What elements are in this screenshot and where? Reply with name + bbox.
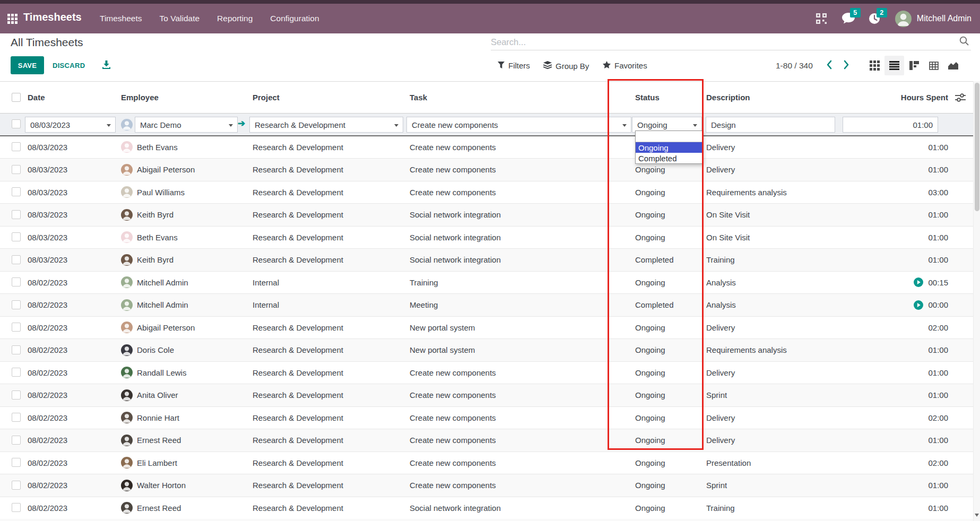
column-header-employee[interactable]: Employee	[121, 82, 246, 113]
row-checkbox[interactable]	[12, 165, 21, 174]
date-field[interactable]: 08/03/2023	[25, 117, 116, 133]
table-row[interactable]: 08/02/2023 Anita Oliver Research & Devel…	[0, 384, 980, 407]
table-row[interactable]: 08/02/2023 Randall Lewis Research & Deve…	[0, 362, 980, 385]
search-icon[interactable]	[959, 36, 969, 48]
cell-hours: 01:00	[831, 249, 948, 271]
user-menu[interactable]: Mitchell Admin	[895, 11, 972, 27]
scrollbar-down-arrow-icon[interactable]	[975, 514, 979, 517]
status-option-empty[interactable]	[636, 131, 702, 142]
table-row[interactable]: 08/02/2023 Mitchell Admin Internal Train…	[0, 272, 980, 294]
cell-project: Research & Development	[253, 227, 404, 249]
row-checkbox[interactable]	[12, 232, 21, 241]
status-option-completed[interactable]: Completed	[636, 153, 702, 163]
table-row[interactable]: 08/03/2023 Beth Evans Research & Develop…	[0, 136, 980, 159]
cell-status: Ongoing	[635, 452, 698, 474]
export-download-icon[interactable]	[102, 60, 111, 72]
group-by-button[interactable]: Group By	[543, 61, 589, 71]
cell-description: On Site Visit	[706, 204, 839, 226]
app-name[interactable]: Timesheets	[23, 11, 82, 23]
table-row[interactable]: 08/02/2023 Abigail Peterson Research & D…	[0, 317, 980, 340]
cell-project: Internal	[253, 272, 404, 294]
view-pivot-icon[interactable]	[924, 56, 943, 75]
row-checkbox[interactable]	[12, 481, 21, 490]
hours-field[interactable]: 01:00	[843, 117, 938, 133]
activities-clock-icon[interactable]: 2	[869, 13, 881, 24]
status-option-ongoing[interactable]: Ongoing	[636, 142, 702, 153]
description-field[interactable]: Design	[706, 117, 835, 133]
table-row[interactable]: 08/03/2023 Keith Byrd Research & Develop…	[0, 204, 980, 227]
column-header-date[interactable]: Date	[28, 82, 115, 113]
dropdown-caret-icon[interactable]	[107, 124, 111, 127]
timer-play-icon[interactable]	[914, 300, 923, 310]
row-checkbox[interactable]	[12, 413, 21, 422]
row-checkbox[interactable]	[12, 390, 21, 400]
timer-play-icon[interactable]	[914, 277, 923, 287]
cell-employee: Abigail Peterson	[121, 159, 246, 181]
row-checkbox[interactable]	[12, 277, 21, 286]
row-checkbox[interactable]	[12, 503, 21, 512]
task-field[interactable]: Create new components	[406, 117, 631, 133]
pager-previous-icon[interactable]	[826, 60, 833, 72]
view-gantt-icon[interactable]	[904, 56, 924, 75]
timesheet-list: Date Employee Project Task Status Descri…	[0, 81, 980, 521]
employee-field[interactable]: Marc Demo	[135, 117, 238, 133]
row-checkbox[interactable]	[12, 210, 21, 219]
search-input[interactable]	[491, 35, 952, 49]
view-kanban-icon[interactable]	[865, 56, 884, 75]
row-checkbox[interactable]	[12, 345, 21, 354]
internal-link-arrow-icon[interactable]: ➔	[238, 118, 245, 129]
discard-button[interactable]: DISCARD	[53, 56, 85, 74]
column-header-description[interactable]: Description	[706, 82, 839, 113]
row-checkbox[interactable]	[12, 323, 21, 332]
row-checkbox[interactable]	[12, 368, 21, 377]
nav-menu-item[interactable]: Configuration	[270, 14, 319, 23]
table-row[interactable]: 08/03/2023 Beth Evans Research & Develop…	[0, 227, 980, 249]
nav-menu-item[interactable]: To Validate	[160, 14, 200, 23]
row-checkbox[interactable]	[12, 436, 21, 445]
scrollbar-thumb[interactable]	[975, 83, 979, 211]
avatar	[121, 119, 133, 131]
column-header-hours-spent[interactable]: Hours Spent	[831, 82, 948, 113]
select-all-checkbox[interactable]	[12, 93, 21, 102]
star-icon	[603, 61, 611, 70]
table-row[interactable]: 08/03/2023 Abigail Peterson Research & D…	[0, 159, 980, 181]
project-field[interactable]: Research & Development	[249, 117, 403, 133]
dropdown-caret-icon[interactable]	[394, 124, 398, 127]
column-header-task[interactable]: Task	[410, 82, 622, 113]
row-checkbox[interactable]	[12, 255, 21, 264]
table-row[interactable]: 08/02/2023 Walter Horton Research & Deve…	[0, 474, 980, 497]
filters-button[interactable]: Filters	[498, 61, 530, 70]
row-checkbox[interactable]	[12, 119, 21, 128]
table-row[interactable]: 08/02/2023 Mitchell Admin Internal Meeti…	[0, 294, 980, 317]
apps-menu-icon[interactable]	[7, 14, 18, 24]
nav-menu-item[interactable]: Timesheets	[100, 14, 142, 23]
table-row[interactable]: 08/03/2023 Paul Williams Research & Deve…	[0, 181, 980, 204]
row-checkbox[interactable]	[12, 142, 21, 151]
dropdown-caret-icon[interactable]	[229, 124, 233, 127]
optional-columns-icon[interactable]	[955, 93, 966, 103]
column-header-project[interactable]: Project	[253, 82, 404, 113]
table-row[interactable]: 08/02/2023 Eli Lambert Research & Develo…	[0, 452, 980, 475]
view-graph-icon[interactable]	[943, 56, 963, 75]
row-checkbox[interactable]	[12, 458, 21, 467]
pager-value[interactable]: 1-80 / 340	[776, 61, 813, 71]
favorites-button[interactable]: Favorites	[603, 61, 647, 70]
cell-project: Research & Development	[253, 474, 404, 497]
pager-next-icon[interactable]	[843, 60, 850, 72]
table-row[interactable]: 08/02/2023 Ernest Reed Research & Develo…	[0, 429, 980, 452]
save-button[interactable]: SAVE	[11, 56, 44, 74]
column-header-status[interactable]: Status	[635, 82, 698, 113]
table-row[interactable]: 08/02/2023 Doris Cole Research & Develop…	[0, 339, 980, 362]
row-checkbox[interactable]	[12, 300, 21, 309]
view-list-icon[interactable]	[884, 56, 904, 75]
nav-menu-item[interactable]: Reporting	[217, 14, 253, 23]
table-row[interactable]: 08/02/2023 Ernest Reed Research & Develo…	[0, 497, 980, 520]
table-row[interactable]: 08/03/2023 Keith Byrd Research & Develop…	[0, 249, 980, 272]
cell-status: Ongoing	[635, 384, 698, 406]
qr-grid-icon[interactable]	[816, 13, 828, 24]
row-checkbox[interactable]	[12, 187, 21, 196]
dropdown-caret-icon[interactable]	[622, 124, 627, 127]
messages-icon[interactable]: 5	[842, 13, 855, 24]
table-row[interactable]: 08/02/2023 Ronnie Hart Research & Develo…	[0, 407, 980, 430]
table-row-editing[interactable]: 08/03/2023 Marc Demo ➔ Research & Develo…	[0, 114, 980, 136]
